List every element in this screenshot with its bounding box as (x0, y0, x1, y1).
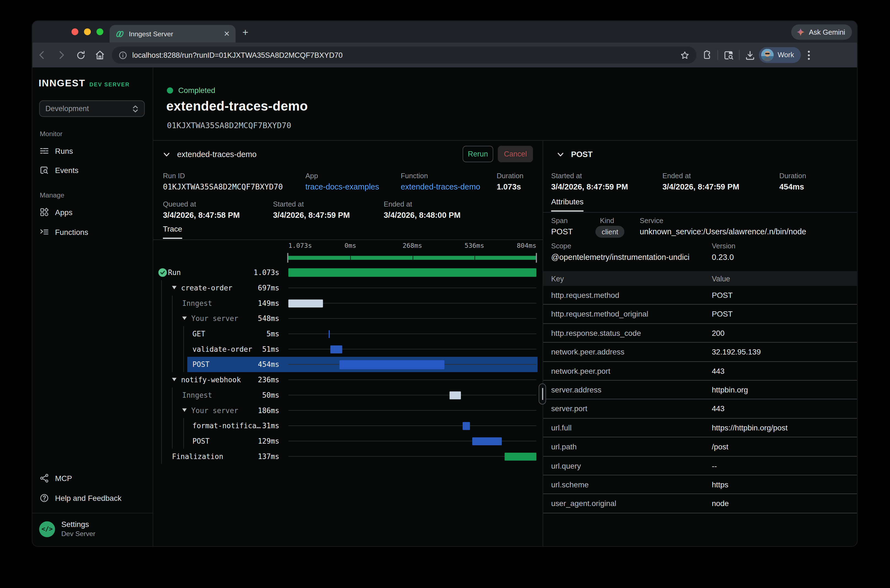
sidebar-item-settings[interactable]: </> Settings Dev Server (39, 520, 95, 538)
expand-caret-icon[interactable] (172, 286, 177, 290)
expand-caret-icon[interactable] (172, 378, 177, 381)
new-tab-button[interactable]: + (242, 27, 248, 39)
tab-trace[interactable]: Trace (163, 225, 182, 239)
attribute-row[interactable]: network.peer.address 32.192.95.139 (543, 343, 857, 362)
timeline-track (289, 334, 537, 334)
browser-tab[interactable]: Inngest Server ✕ (110, 25, 236, 43)
timeline-minimap[interactable] (289, 253, 537, 263)
attribute-value: /post (712, 442, 728, 451)
attribute-row[interactable]: http.request.method POST (543, 286, 857, 305)
attribute-row[interactable]: user_agent.original node (543, 494, 857, 513)
attribute-row[interactable]: url.query -- (543, 456, 857, 475)
trace-row[interactable]: format-notifica… 31ms (153, 418, 543, 434)
runs-label: Runs (55, 147, 73, 155)
sidebar-item-help[interactable]: Help and Feedback (40, 490, 148, 506)
timeline-bar[interactable] (289, 268, 537, 277)
span-name: Finalization (172, 452, 223, 460)
url-bar[interactable]: localhost:8288/run?runID=01KJXTWA35SA8D2… (112, 46, 696, 63)
sidebar-item-runs[interactable]: Runs (40, 144, 148, 158)
forward-icon[interactable] (52, 50, 71, 60)
url-text[interactable]: localhost:8288/run?runID=01KJXTWA35SA8D2… (132, 51, 675, 59)
main-content: Completed extended-traces-demo 01KJXTWA3… (153, 68, 857, 546)
timeline-track (289, 288, 537, 288)
minimize-window-button[interactable] (84, 28, 91, 35)
functions-icon (40, 228, 49, 237)
timeline-bar[interactable] (329, 330, 330, 338)
attribute-row[interactable]: server.port 443 (543, 400, 857, 418)
span-duration: 51ms (262, 345, 279, 353)
sidebar-item-events[interactable]: Events (40, 163, 148, 178)
bookmark-star-icon[interactable] (680, 50, 690, 60)
expand-caret-icon[interactable] (182, 408, 187, 412)
attribute-row[interactable]: network.peer.port 443 (543, 362, 857, 381)
timeline-bar[interactable] (472, 437, 502, 445)
span-value: POST (551, 227, 573, 236)
back-icon[interactable] (33, 50, 52, 60)
toolbar-separator (739, 50, 740, 60)
collapse-chevron-icon[interactable] (163, 151, 170, 158)
trace-row[interactable]: create-order 697ms (153, 280, 543, 296)
attribute-row[interactable]: url.scheme https (543, 475, 857, 494)
attribute-row[interactable]: http.response.status_code 200 (543, 324, 857, 343)
sidebar-item-functions[interactable]: Functions (40, 225, 148, 240)
attribute-row[interactable]: http.request.method_original POST (543, 305, 857, 324)
function-link[interactable]: extended-traces-demo (401, 182, 480, 191)
minimap-right-handle-icon[interactable] (536, 253, 537, 262)
extensions-icon[interactable] (702, 50, 712, 60)
browser-menu-icon[interactable] (804, 50, 813, 60)
trace-row[interactable]: Your server 548ms (153, 311, 543, 326)
close-window-button[interactable] (72, 28, 78, 35)
sidebar-item-apps[interactable]: Apps (40, 205, 148, 220)
span-duration-label: Duration (779, 172, 806, 180)
span-duration: 548ms (258, 314, 279, 323)
run-id-value: 01KJXTWA35SA8D2MCQF7BXYD70 (163, 182, 283, 191)
sidebar: INNGEST DEV SERVER Development Monitor R… (33, 68, 153, 546)
trace-row[interactable]: Inngest 149ms (153, 296, 543, 311)
attribute-row[interactable]: url.full https://httpbin.org/post (543, 418, 857, 438)
run-status: Completed (167, 86, 215, 95)
environment-select[interactable]: Development (39, 100, 145, 117)
timeline-bar[interactable] (289, 299, 323, 307)
trace-row[interactable]: Inngest 50ms (153, 387, 543, 403)
trace-row[interactable]: Finalization 137ms (153, 448, 543, 464)
trace-row[interactable]: POST 129ms (153, 434, 543, 449)
trace-row[interactable]: GET 5ms (153, 326, 543, 342)
rerun-button[interactable]: Rerun (463, 146, 493, 162)
trace-row[interactable]: Your server 186ms (153, 403, 543, 418)
trace-row[interactable]: Run 1.073s (153, 265, 543, 280)
attribute-value: -- (712, 462, 717, 470)
app-link[interactable]: trace-docs-examples (305, 182, 379, 191)
indent-guide (172, 296, 173, 372)
trace-row[interactable]: notify-webhook 236ms (153, 372, 543, 387)
minimap-tick (412, 256, 413, 260)
ask-gemini-button[interactable]: Ask Gemini (791, 24, 852, 40)
reload-icon[interactable] (71, 50, 90, 60)
timeline-bar[interactable] (331, 345, 342, 353)
site-info-icon[interactable] (119, 51, 127, 59)
download-icon[interactable] (745, 50, 755, 60)
sidebar-item-mcp[interactable]: MCP (40, 471, 148, 486)
expand-caret-icon[interactable] (182, 316, 187, 320)
trace-row[interactable]: validate-order 51ms (153, 342, 543, 357)
service-label: Service (640, 217, 663, 225)
profile-button[interactable]: Work (759, 47, 801, 63)
home-icon[interactable] (90, 50, 110, 60)
trace-scrollbar[interactable] (538, 383, 546, 404)
trace-row[interactable]: POST 454ms (153, 357, 543, 372)
tab-search-icon[interactable] (723, 50, 734, 60)
timeline-bar[interactable] (450, 391, 461, 399)
tab-attributes[interactable]: Attributes (551, 198, 584, 212)
trace-rows: Run 1.073s (153, 265, 543, 464)
timeline-bar[interactable] (505, 452, 537, 460)
attribute-row[interactable]: url.path /post (543, 437, 857, 456)
timeline-bar[interactable] (339, 360, 444, 369)
tab-close-icon[interactable]: ✕ (224, 30, 230, 38)
span-collapse-chevron-icon[interactable] (557, 151, 564, 158)
timeline-track (289, 456, 537, 456)
attribute-row[interactable]: server.address httpbin.org (543, 381, 857, 400)
timeline-bar[interactable] (463, 422, 470, 430)
ended-label: Ended at (383, 200, 412, 208)
trace-pane: extended-traces-demo Rerun Cancel Run ID… (153, 141, 543, 546)
cancel-button[interactable]: Cancel (498, 146, 533, 162)
zoom-window-button[interactable] (96, 28, 104, 35)
